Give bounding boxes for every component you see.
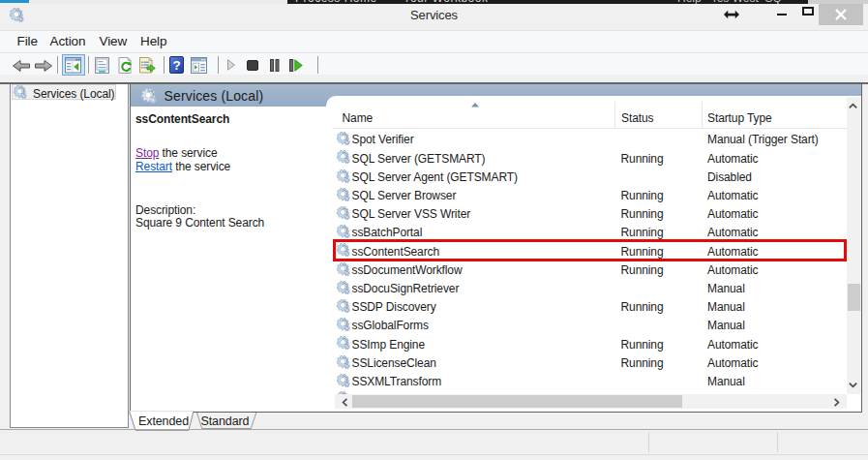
svg-text:?: ? <box>172 58 180 73</box>
